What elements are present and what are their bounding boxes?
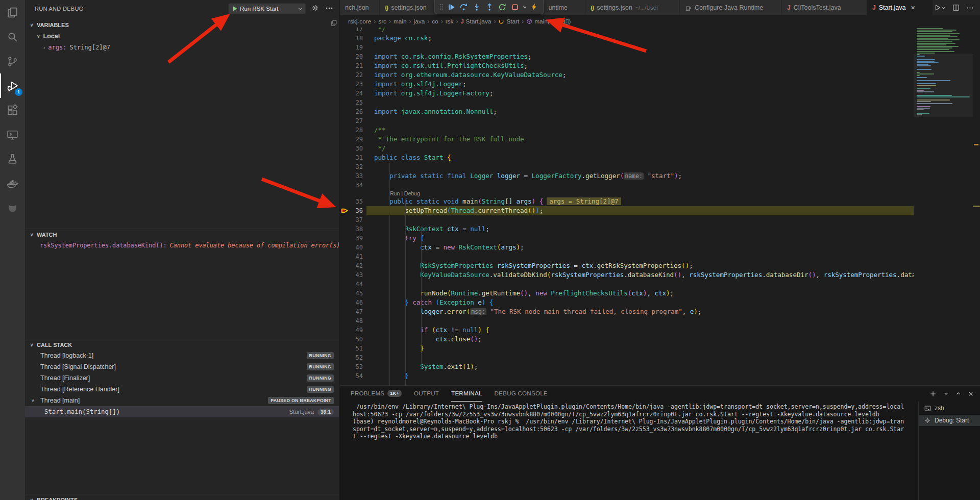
- call-stack-section-header[interactable]: ∨ CALL STACK: [25, 339, 339, 350]
- panel-tab-terminal[interactable]: TERMINAL: [451, 386, 482, 402]
- codelens-run-debug[interactable]: Run | Debug: [340, 190, 914, 197]
- line-number[interactable]: 19: [340, 43, 363, 52]
- more-actions-icon[interactable]: [325, 4, 333, 12]
- code-line[interactable]: 21import co.rsk.util.PreflightChecksUtil…: [340, 61, 914, 70]
- line-number[interactable]: 37: [340, 215, 363, 224]
- line-number[interactable]: 29: [340, 135, 363, 144]
- line-number[interactable]: 51: [340, 344, 363, 353]
- code-line[interactable]: 49 if (ctx != null) {: [340, 326, 914, 335]
- code-line[interactable]: 42 RskSystemProperties rskSystemProperti…: [340, 261, 914, 270]
- line-number[interactable]: 42: [340, 261, 363, 270]
- line-number[interactable]: 39: [340, 234, 363, 243]
- line-number[interactable]: 35: [340, 197, 363, 206]
- code-line[interactable]: 48: [340, 316, 914, 326]
- close-tab-icon[interactable]: ×: [911, 4, 915, 12]
- activity-bar-item-source-control[interactable]: [0, 49, 25, 73]
- line-number[interactable]: 25: [340, 98, 363, 107]
- code-line[interactable]: 27: [340, 116, 914, 126]
- code-line[interactable]: 28/**: [340, 126, 914, 135]
- maximize-panel-icon[interactable]: [955, 391, 961, 396]
- thread-row[interactable]: ∨Thread [main]PAUSED ON BREAKPOINT: [25, 395, 339, 406]
- code-line[interactable]: 25: [340, 98, 914, 107]
- breadcrumb-item-main[interactable]: main: [394, 18, 407, 25]
- split-editor-icon[interactable]: [952, 4, 960, 11]
- code-line[interactable]: 41: [340, 252, 914, 261]
- activity-bar-item-search[interactable]: [0, 24, 25, 49]
- line-number[interactable]: 36: [340, 206, 363, 215]
- line-number[interactable]: 34: [340, 181, 363, 190]
- stack-frame-row[interactable]: Start.main(String[]) Start.java 36:1: [25, 406, 339, 417]
- open-editors-icon[interactable]: [330, 19, 337, 27]
- watch-section-header[interactable]: ∨ WATCH: [25, 229, 339, 240]
- breadcrumb-item-rskj-core[interactable]: rskj-core: [348, 18, 371, 25]
- more-actions-icon[interactable]: [966, 4, 974, 12]
- line-number[interactable]: 26: [340, 107, 363, 116]
- code-line[interactable]: 30 */: [340, 144, 914, 153]
- continue-button[interactable]: [445, 1, 457, 14]
- line-number[interactable]: 53: [340, 362, 363, 371]
- activity-bar-item-explorer[interactable]: [0, 0, 25, 24]
- line-number[interactable]: 45: [340, 289, 363, 298]
- line-number[interactable]: 50: [340, 335, 363, 344]
- breadcrumb-item-main-string-[interactable]: main(String[]): [526, 18, 571, 25]
- line-number[interactable]: 20: [340, 52, 363, 61]
- code-line[interactable]: 46 } catch (Exception e) {: [340, 298, 914, 307]
- line-number[interactable]: 17: [340, 28, 363, 34]
- breadcrumb-item-rsk[interactable]: rsk: [446, 18, 454, 25]
- tab-start-java[interactable]: JStart.java×: [867, 0, 933, 15]
- hot-code-replace-button[interactable]: [528, 1, 541, 14]
- run-java-icon[interactable]: [934, 4, 946, 11]
- code-line[interactable]: 44: [340, 280, 914, 289]
- line-number[interactable]: 47: [340, 307, 363, 316]
- code-line[interactable]: 20import co.rsk.config.RskSystemProperti…: [340, 52, 914, 61]
- code-line[interactable]: 23import org.slf4j.Logger;: [340, 80, 914, 89]
- minimap[interactable]: [914, 28, 973, 385]
- activity-bar-item-remote-explorer[interactable]: [0, 122, 25, 147]
- code-line[interactable]: 40 ctx = new RskContext(args);: [340, 243, 914, 252]
- code-line[interactable]: 17 */: [340, 28, 914, 34]
- code-line[interactable]: 54 }: [340, 371, 914, 381]
- line-number[interactable]: 41: [340, 252, 363, 261]
- line-number[interactable]: 38: [340, 224, 363, 234]
- overview-ruler[interactable]: [973, 28, 980, 385]
- line-number[interactable]: 44: [340, 280, 363, 289]
- restart-button[interactable]: [496, 1, 508, 14]
- gear-icon[interactable]: [311, 4, 319, 12]
- watch-expression-row[interactable]: rskSystemProperties.databaseKind(): Cann…: [25, 240, 339, 251]
- variables-scope-local[interactable]: ∨ Local: [25, 31, 339, 42]
- line-number[interactable]: 33: [340, 171, 363, 181]
- thread-row[interactable]: Thread [Reference Handler]RUNNING: [25, 384, 339, 395]
- tab-nch-json[interactable]: nch.json: [340, 0, 380, 15]
- tab-settings-json[interactable]: {}settings.json~/.../User: [585, 0, 680, 15]
- code-line[interactable]: 47 logger.error(msg: "The RSK node main …: [340, 307, 914, 316]
- thread-row[interactable]: Thread [Signal Dispatcher]RUNNING: [25, 361, 339, 372]
- stop-options-chevron-icon[interactable]: [521, 1, 528, 14]
- code-line[interactable]: 45 runNode(Runtime.getRuntime(), new Pre…: [340, 289, 914, 298]
- code-line[interactable]: 51 }: [340, 344, 914, 353]
- breadcrumb-item-start-java[interactable]: JStart.java: [460, 18, 491, 25]
- code-line[interactable]: 50 ctx.close();: [340, 335, 914, 344]
- variable-args-row[interactable]: › args: String[2]@7: [25, 42, 339, 53]
- terminal-profile-chevron-icon[interactable]: [943, 391, 949, 396]
- line-number[interactable]: 22: [340, 70, 363, 80]
- code-line[interactable]: 32: [340, 162, 914, 171]
- breadcrumb-item-java[interactable]: java: [414, 18, 425, 25]
- step-over-button[interactable]: [457, 1, 470, 14]
- code-line[interactable]: 29 * The entrypoint for the RSK full nod…: [340, 135, 914, 144]
- code-line[interactable]: 26import javax.annotation.Nonnull;: [340, 107, 914, 116]
- terminal-output[interactable]: /usr/bin/env /Library/Internet\ Plug-Ins…: [353, 403, 577, 440]
- line-number[interactable]: 40: [340, 243, 363, 252]
- line-number[interactable]: 18: [340, 34, 363, 43]
- line-number[interactable]: 49: [340, 326, 363, 335]
- code-line[interactable]: 24import org.slf4j.LoggerFactory;: [340, 89, 914, 98]
- line-number[interactable]: 30: [340, 144, 363, 153]
- chevron-down-icon[interactable]: [298, 6, 303, 12]
- stop-button[interactable]: [508, 1, 521, 14]
- line-number[interactable]: 24: [340, 89, 363, 98]
- terminal-item-zsh[interactable]: zsh: [919, 403, 980, 414]
- code-editor[interactable]: 17 */18package co.rsk;1920import co.rsk.…: [340, 28, 980, 385]
- tab-configure-java-runtime[interactable]: Configure Java Runtime: [680, 0, 782, 15]
- code-line[interactable]: 53 System.exit(1);: [340, 362, 914, 371]
- thread-row[interactable]: Thread [Finalizer]RUNNING: [25, 372, 339, 384]
- panel-tab-debug-console[interactable]: DEBUG CONSOLE: [495, 386, 548, 402]
